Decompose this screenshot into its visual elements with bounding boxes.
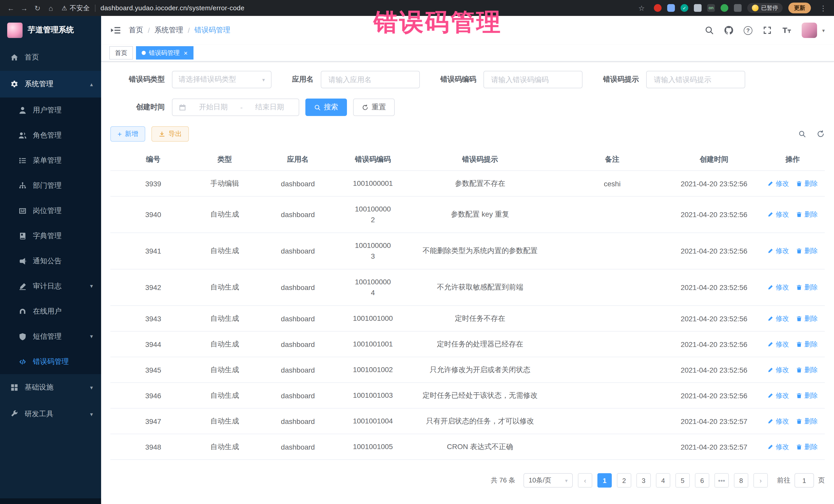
extension-check-icon[interactable]: ✓: [681, 4, 688, 12]
browser-reload-icon[interactable]: ↻: [31, 4, 44, 12]
app-name-input[interactable]: [327, 75, 413, 84]
breadcrumb-item[interactable]: 首页: [129, 26, 143, 35]
page-button-2[interactable]: 2: [617, 473, 631, 487]
delete-link[interactable]: 删除: [796, 283, 818, 292]
add-button[interactable]: + 新增: [110, 126, 145, 141]
sidebar-item-role[interactable]: 角色管理: [0, 123, 101, 148]
profile-paused-badge[interactable]: 已暂停: [747, 3, 783, 13]
search-button[interactable]: 搜索: [305, 98, 347, 116]
page-button-6[interactable]: 6: [695, 473, 709, 487]
app-logo[interactable]: 芋道管理系统: [0, 16, 101, 44]
tab-close-icon[interactable]: ×: [184, 49, 188, 56]
page-button-3[interactable]: 3: [636, 473, 651, 487]
table-refresh-icon[interactable]: [816, 130, 825, 138]
list-icon: [19, 156, 27, 165]
sidebar-item-home[interactable]: 首页: [0, 44, 101, 71]
fullscreen-icon[interactable]: [763, 26, 772, 35]
delete-link[interactable]: 删除: [796, 179, 818, 188]
delete-link[interactable]: 删除: [796, 416, 818, 426]
browser-menu-kebab-icon[interactable]: ⋮: [816, 4, 830, 12]
delete-link[interactable]: 删除: [796, 210, 818, 219]
column-header: 创建时间: [667, 149, 760, 171]
github-icon[interactable]: [724, 26, 733, 35]
bookmark-star-icon[interactable]: ☆: [635, 4, 648, 12]
delete-link[interactable]: 删除: [796, 339, 818, 349]
sidebar-item-online[interactable]: 在线用户: [0, 299, 101, 324]
paused-label: 已暂停: [761, 4, 778, 12]
sidebar-item-notice[interactable]: 通知公告: [0, 248, 101, 273]
trash-icon: [796, 180, 803, 187]
export-button[interactable]: 导出: [151, 126, 189, 141]
delete-link[interactable]: 删除: [796, 246, 818, 256]
page-size-select[interactable]: 10条/页 ▾: [524, 473, 573, 487]
sidebar-item-devtools[interactable]: 研发工具▾: [0, 401, 101, 428]
security-label[interactable]: 不安全: [70, 3, 90, 13]
tab-error-code[interactable]: 错误码管理 ×: [136, 46, 193, 60]
avatar-caret-icon[interactable]: ▾: [822, 27, 825, 33]
error-type-select[interactable]: 请选择错误码类型 ▾: [172, 71, 271, 88]
page-button-4[interactable]: 4: [656, 473, 670, 487]
edit-link[interactable]: 修改: [768, 391, 789, 400]
date-range-picker[interactable]: 开始日期 - 结束日期: [172, 98, 299, 116]
edit-link[interactable]: 修改: [768, 416, 789, 426]
row-hint: 参数配置不存在: [403, 171, 557, 196]
delete-link[interactable]: 删除: [796, 314, 818, 323]
sidebar-item-user[interactable]: 用户管理: [0, 97, 101, 123]
search-icon[interactable]: [705, 26, 714, 35]
browser-back-icon[interactable]: ←: [4, 4, 18, 12]
breadcrumb-item[interactable]: 系统管理: [154, 26, 183, 35]
edit-link[interactable]: 修改: [768, 283, 789, 292]
page-button-5[interactable]: 5: [675, 473, 690, 487]
next-page-button[interactable]: ›: [753, 473, 768, 487]
trash-icon: [796, 212, 803, 218]
delete-link[interactable]: 删除: [796, 442, 818, 452]
sidebar-item-menu[interactable]: 菜单管理: [0, 148, 101, 173]
edit-link[interactable]: 修改: [768, 314, 789, 323]
sidebar-item-sms[interactable]: 短信管理▾: [0, 324, 101, 349]
delete-link[interactable]: 删除: [796, 391, 818, 400]
edit-link[interactable]: 修改: [768, 246, 789, 256]
extension-icon[interactable]: [654, 4, 662, 12]
extension-icon[interactable]: [667, 4, 675, 12]
page-button-1[interactable]: 1: [597, 473, 612, 487]
help-icon[interactable]: ?: [744, 26, 752, 35]
browser-forward-icon[interactable]: →: [18, 4, 31, 12]
table-search-icon[interactable]: [798, 130, 806, 138]
reset-button[interactable]: 重置: [353, 98, 395, 116]
sidebar-item-dict[interactable]: 字典管理: [0, 223, 101, 248]
font-size-icon[interactable]: [782, 26, 791, 35]
browser-home-icon[interactable]: ⌂: [44, 4, 58, 12]
tab-home[interactable]: 首页: [109, 46, 133, 60]
browser-update-button[interactable]: 更新: [788, 3, 811, 13]
column-header: 应用名: [253, 149, 343, 171]
address-bar[interactable]: dashboard.yudao.iocoder.cn/system/error-…: [101, 4, 245, 12]
page-ellipsis[interactable]: •••: [715, 473, 729, 487]
extension-icon[interactable]: [694, 4, 702, 12]
row-hint: 定时任务的处理器已经存在: [403, 331, 557, 357]
edit-link[interactable]: 修改: [768, 339, 789, 349]
extension-icon[interactable]: [734, 4, 742, 12]
sidebar-item-audit[interactable]: 审计日志▾: [0, 273, 101, 299]
sidebar-item-post[interactable]: 岗位管理: [0, 198, 101, 223]
goto-page-input[interactable]: [794, 473, 814, 487]
error-hint-input[interactable]: [653, 75, 739, 84]
prev-page-button[interactable]: ‹: [578, 473, 592, 487]
sidebar-item-label: 在线用户: [33, 307, 62, 316]
edit-link[interactable]: 修改: [768, 210, 789, 219]
user-avatar[interactable]: [802, 23, 817, 38]
delete-link[interactable]: 删除: [796, 365, 818, 374]
error-code-input[interactable]: [490, 75, 576, 84]
extension-icon[interactable]: [721, 4, 728, 12]
filter-label: 应用名: [292, 75, 313, 84]
sidebar-item-dept[interactable]: 部门管理: [0, 173, 101, 198]
page-button-8[interactable]: 8: [734, 473, 748, 487]
sidebar-item-system[interactable]: 系统管理▴: [0, 71, 101, 97]
sidebar-item-errcode[interactable]: 错误码管理: [0, 349, 101, 374]
edit-link[interactable]: 修改: [768, 179, 789, 188]
edit-link[interactable]: 修改: [768, 365, 789, 374]
sidebar-toggle-icon[interactable]: [110, 25, 120, 36]
edit-icon: [768, 248, 774, 254]
extension-on-badge-icon[interactable]: on: [707, 4, 715, 12]
edit-link[interactable]: 修改: [768, 442, 789, 452]
sidebar-item-infra[interactable]: 基础设施▾: [0, 374, 101, 401]
